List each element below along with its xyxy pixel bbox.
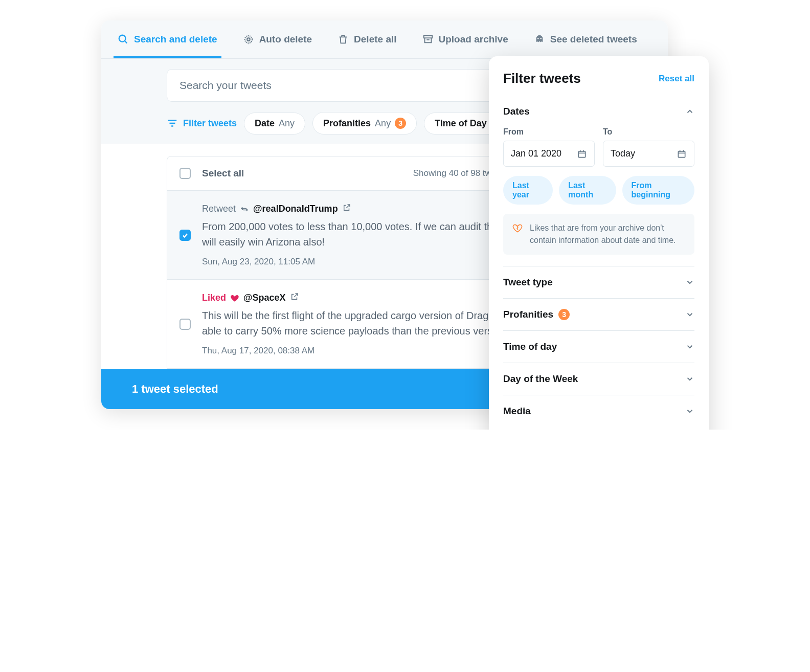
heart-icon: [230, 294, 239, 303]
tab-label: Delete all: [354, 34, 396, 45]
svg-rect-4: [423, 36, 432, 38]
tab-see-deleted[interactable]: See deleted tweets: [530, 20, 641, 58]
quick-date-last-month[interactable]: Last month: [559, 176, 616, 205]
tweet-type-label: Liked: [202, 293, 226, 303]
filter-icon: [167, 118, 178, 129]
chip-value: Any: [279, 118, 295, 129]
tab-delete-all[interactable]: Delete all: [333, 20, 400, 58]
section-title: Day of the Week: [503, 373, 578, 385]
chip-value: Any: [375, 118, 391, 129]
section-title: Dates: [503, 106, 530, 117]
tab-auto-delete[interactable]: Auto delete: [239, 20, 316, 58]
section-title: Time of day: [503, 341, 557, 352]
chip-label: Date: [255, 118, 275, 129]
trash-icon: [338, 34, 349, 45]
chip-label: Time of Day: [435, 118, 487, 129]
svg-point-0: [119, 35, 126, 42]
tab-label: See deleted tweets: [550, 34, 637, 45]
chip-label: Profanities: [323, 118, 371, 129]
section-profanities: Profanities 3: [503, 299, 694, 331]
select-all-label: Select all: [202, 168, 244, 179]
tab-label: Auto delete: [259, 34, 312, 45]
info-box: Likes that are from your archive don't c…: [503, 214, 694, 255]
svg-line-1: [125, 41, 127, 43]
chevron-down-icon: [685, 374, 694, 384]
section-time-of-day: Time of day: [503, 331, 694, 363]
ghost-icon: [534, 34, 545, 45]
date-from-label: From: [503, 127, 595, 137]
section-dates: Dates From Jan 01 2020 To Today: [503, 96, 694, 266]
filter-label-text: Filter tweets: [183, 118, 237, 129]
chevron-down-icon: [685, 407, 694, 416]
tweet-handle: @SpaceX: [243, 293, 286, 303]
tab-upload-archive[interactable]: Upload archive: [418, 20, 512, 58]
tweet-type-label: Retweet: [202, 204, 236, 214]
svg-point-5: [537, 38, 538, 39]
external-link-icon[interactable]: [290, 292, 299, 304]
filter-panel: Filter tweets Reset all Dates From Jan 0…: [489, 56, 709, 430]
chip-date[interactable]: Date Any: [244, 113, 305, 135]
gear-icon: [243, 34, 254, 45]
date-to-label: To: [603, 127, 694, 137]
info-text: Likes that are from your archive don't c…: [530, 222, 685, 247]
svg-rect-14: [678, 151, 685, 158]
chevron-down-icon: [685, 310, 694, 319]
section-title: Tweet type: [503, 277, 553, 288]
external-link-icon[interactable]: [342, 203, 351, 215]
section-toggle-day-of-week[interactable]: Day of the Week: [503, 363, 694, 395]
section-title: Media: [503, 406, 531, 417]
chip-badge: 3: [395, 118, 406, 129]
panel-title: Filter tweets: [503, 71, 581, 86]
filter-tweets-button[interactable]: Filter tweets: [167, 118, 237, 129]
retweet-icon: [240, 205, 249, 214]
section-toggle-media[interactable]: Media: [503, 395, 694, 427]
section-media: Media: [503, 395, 694, 427]
section-badge: 3: [558, 309, 570, 320]
svg-rect-10: [578, 151, 585, 158]
date-from-input[interactable]: Jan 01 2020: [503, 141, 595, 167]
tab-label: Search and delete: [134, 34, 217, 45]
archive-icon: [422, 34, 434, 45]
date-from-value: Jan 01 2020: [511, 148, 561, 159]
chevron-down-icon: [685, 342, 694, 351]
svg-point-6: [540, 38, 541, 39]
tweet-checkbox[interactable]: [179, 319, 191, 330]
calendar-icon: [677, 149, 687, 159]
search-icon: [118, 34, 129, 45]
section-toggle-time-of-day[interactable]: Time of day: [503, 331, 694, 363]
date-to-value: Today: [611, 148, 635, 159]
tweet-checkbox[interactable]: [179, 230, 191, 241]
quick-date-last-year[interactable]: Last year: [503, 176, 553, 205]
section-toggle-profanities[interactable]: Profanities 3: [503, 299, 694, 330]
heart-broken-icon: [512, 223, 523, 233]
chevron-up-icon: [685, 107, 694, 116]
date-to-input[interactable]: Today: [603, 141, 694, 167]
tabs-nav: Search and delete Auto delete Delete all…: [101, 20, 668, 59]
section-tweet-type: Tweet type: [503, 266, 694, 299]
tab-search-and-delete[interactable]: Search and delete: [114, 20, 221, 58]
reset-all-button[interactable]: Reset all: [659, 74, 694, 84]
chip-profanities[interactable]: Profanities Any 3: [312, 112, 417, 135]
calendar-icon: [577, 149, 587, 159]
select-all-checkbox[interactable]: [179, 168, 191, 179]
section-title: Profanities: [503, 309, 553, 320]
section-toggle-dates[interactable]: Dates: [503, 96, 694, 127]
chevron-down-icon: [685, 278, 694, 287]
section-toggle-tweet-type[interactable]: Tweet type: [503, 266, 694, 298]
section-day-of-week: Day of the Week: [503, 363, 694, 395]
tweet-handle: @realDonaldTrump: [253, 204, 338, 214]
tab-label: Upload archive: [439, 34, 508, 45]
quick-date-from-beginning[interactable]: From beginning: [622, 176, 694, 205]
selection-count: 1 tweet selected: [132, 383, 218, 395]
